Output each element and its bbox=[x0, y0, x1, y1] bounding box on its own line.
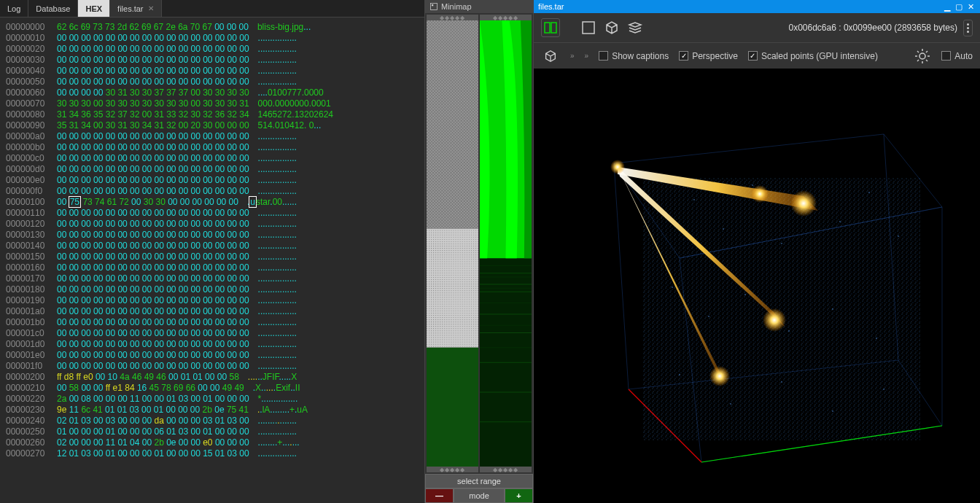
auto-checkbox[interactable]: Auto bbox=[941, 51, 973, 61]
svg-rect-0 bbox=[431, 4, 438, 10]
minimap-title: Minimap bbox=[441, 2, 472, 11]
toolbar-primary: 0x006dc6a6 : 0x0099ee00 (2893658 bytes) bbox=[534, 13, 980, 42]
minus-button[interactable]: — bbox=[425, 488, 454, 503]
expand-icon[interactable]: » bbox=[570, 52, 575, 60]
layers-icon[interactable] bbox=[626, 18, 645, 37]
svg-point-59 bbox=[876, 338, 877, 339]
svg-line-36 bbox=[926, 60, 928, 61]
svg-point-56 bbox=[744, 294, 746, 295]
svg-point-52 bbox=[868, 192, 870, 193]
expand-icon-2[interactable]: » bbox=[585, 52, 589, 60]
svg-point-48 bbox=[752, 184, 753, 186]
minimap-panel: Minimap ◆◆◆◆◆ ◆◆◆◆◆ ◆◆◆◆◆ bbox=[424, 0, 534, 503]
svg-point-55 bbox=[708, 316, 709, 317]
svg-point-62 bbox=[781, 381, 782, 383]
svg-point-54 bbox=[672, 286, 673, 288]
svg-point-67 bbox=[763, 308, 786, 332]
mode-button[interactable]: mode bbox=[454, 488, 505, 503]
scaled-points-checkbox[interactable]: ✓Scaled points (GPU intensive) bbox=[748, 51, 878, 61]
square-icon[interactable] bbox=[579, 18, 598, 37]
svg-point-69 bbox=[610, 160, 625, 174]
visualization-panel: files.tar ▁ ▢ ✕ 0x006dc6a6 : 0x0099ee00 … bbox=[534, 0, 980, 503]
minimap-header: Minimap bbox=[425, 0, 533, 13]
svg-point-68 bbox=[709, 366, 730, 386]
tab-file-label: files.tar bbox=[117, 4, 143, 13]
svg-line-38 bbox=[926, 51, 928, 52]
minimap-left[interactable] bbox=[427, 20, 478, 467]
tab-hex[interactable]: HEX bbox=[78, 0, 110, 17]
toolbar-secondary: » » Show captions ✓Perspective ✓Scaled p… bbox=[534, 42, 980, 69]
svg-point-57 bbox=[788, 330, 790, 332]
svg-line-37 bbox=[917, 60, 919, 61]
tab-log[interactable]: Log bbox=[0, 0, 28, 17]
svg-point-58 bbox=[832, 308, 833, 310]
svg-point-46 bbox=[693, 199, 695, 200]
titlebar: files.tar ▁ ▢ ✕ bbox=[534, 0, 980, 13]
minimap-handle-top[interactable]: ◆◆◆◆◆ bbox=[427, 15, 478, 20]
svg-point-63 bbox=[832, 410, 833, 412]
svg-rect-41 bbox=[643, 178, 920, 440]
svg-point-47 bbox=[723, 228, 724, 230]
split-view-icon[interactable] bbox=[541, 18, 560, 37]
svg-rect-6 bbox=[427, 348, 478, 467]
window-controls: ▁ ▢ ✕ bbox=[942, 1, 976, 12]
minimap-right[interactable] bbox=[480, 20, 532, 467]
svg-rect-29 bbox=[583, 22, 594, 34]
minimap-icon bbox=[429, 2, 438, 11]
minimap-body[interactable]: ◆◆◆◆◆ ◆◆◆◆◆ ◆◆◆◆◆ bbox=[425, 13, 533, 474]
svg-rect-28 bbox=[551, 23, 556, 33]
svg-rect-1 bbox=[432, 4, 433, 6]
svg-point-65 bbox=[790, 190, 817, 217]
svg-line-35 bbox=[917, 51, 919, 52]
package-icon[interactable] bbox=[541, 47, 560, 66]
tab-database[interactable]: Database bbox=[28, 0, 78, 17]
close-window-icon[interactable]: ✕ bbox=[965, 1, 976, 12]
svg-point-51 bbox=[839, 221, 841, 222]
3d-viewport[interactable] bbox=[534, 69, 980, 503]
plus-button[interactable]: + bbox=[505, 488, 533, 503]
minimap-handle-top2[interactable]: ◆◆◆◆◆ bbox=[480, 15, 532, 20]
titlebar-file: files.tar bbox=[538, 2, 564, 11]
minimap-handle-bot[interactable]: ◆◆◆◆◆ bbox=[427, 467, 478, 472]
minimap-handle-bot2[interactable]: ◆◆◆◆◆ bbox=[480, 467, 532, 472]
kebab-menu-icon[interactable] bbox=[963, 20, 973, 36]
tab-bar: Log Database HEX files.tar ✕ bbox=[0, 0, 424, 17]
maximize-icon[interactable]: ▢ bbox=[954, 1, 964, 12]
svg-point-53 bbox=[898, 235, 899, 237]
show-captions-checkbox[interactable]: Show captions bbox=[599, 51, 669, 61]
svg-rect-3 bbox=[427, 20, 478, 229]
brightness-icon[interactable] bbox=[914, 47, 931, 65]
minimize-icon[interactable]: ▁ bbox=[942, 1, 952, 12]
perspective-checkbox[interactable]: ✓Perspective bbox=[679, 51, 738, 61]
hex-panel: Log Database HEX files.tar ✕ 0000000062 … bbox=[0, 0, 424, 503]
svg-point-64 bbox=[883, 389, 884, 390]
svg-point-30 bbox=[919, 53, 925, 59]
hex-view[interactable]: 0000000062 6c 69 73 73 2d 62 69 67 2e 6a… bbox=[0, 17, 424, 503]
select-range-button[interactable]: select range bbox=[425, 474, 533, 488]
svg-point-66 bbox=[751, 185, 769, 203]
svg-point-49 bbox=[781, 243, 782, 244]
range-text: 0x006dc6a6 : 0x0099ee00 (2893658 bytes) bbox=[788, 23, 957, 33]
svg-point-60 bbox=[679, 374, 680, 375]
svg-point-61 bbox=[730, 403, 731, 405]
cube-icon[interactable] bbox=[602, 18, 621, 37]
svg-rect-27 bbox=[545, 23, 550, 33]
svg-rect-5 bbox=[427, 229, 478, 348]
tab-file[interactable]: files.tar ✕ bbox=[110, 0, 161, 17]
close-icon[interactable]: ✕ bbox=[148, 4, 154, 12]
